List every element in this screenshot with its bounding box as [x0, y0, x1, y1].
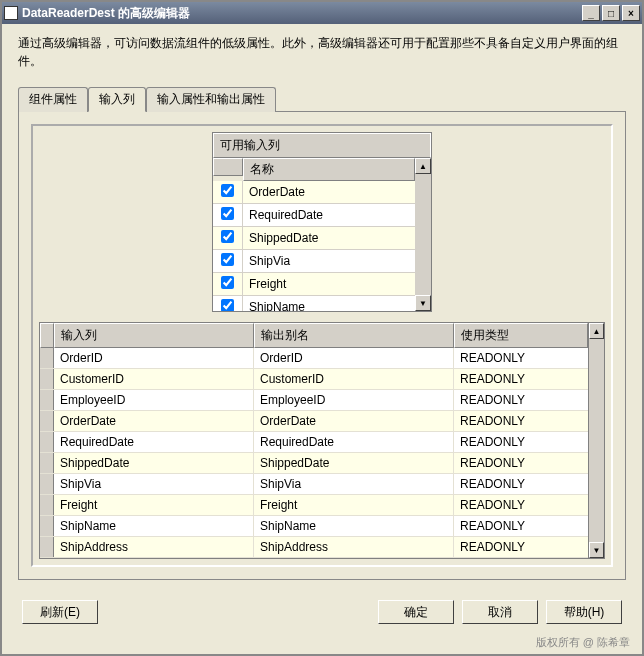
window-title: DataReaderDest 的高级编辑器 [22, 5, 580, 22]
table-row[interactable]: RequiredDateRequiredDateREADONLY [40, 432, 588, 453]
input-cell[interactable]: ShipName [54, 516, 254, 536]
input-cell[interactable]: RequiredDate [54, 432, 254, 452]
input-cell[interactable]: ShippedDate [54, 453, 254, 473]
available-columns-title: 可用输入列 [213, 133, 431, 158]
scroll-up-icon[interactable]: ▲ [589, 323, 604, 339]
list-item[interactable]: Freight [213, 273, 415, 296]
alias-cell[interactable]: Freight [254, 495, 454, 515]
tab-content: 可用输入列 名称 OrderDateRequiredDateShippedDat… [18, 111, 626, 580]
column-name: ShipName [243, 297, 415, 311]
alias-cell[interactable]: OrderDate [254, 411, 454, 431]
scroll-down-icon[interactable]: ▼ [589, 542, 604, 558]
row-selector[interactable] [40, 432, 54, 452]
help-button[interactable]: 帮助(H) [546, 600, 622, 624]
input-cell[interactable]: EmployeeID [54, 390, 254, 410]
input-cell[interactable]: OrderDate [54, 411, 254, 431]
list-item[interactable]: OrderDate [213, 181, 415, 204]
watermark-text: 版权所有 @ 陈希章 [536, 635, 630, 650]
row-selector[interactable] [40, 495, 54, 515]
table-row[interactable]: ShippedDateShippedDateREADONLY [40, 453, 588, 474]
table-row[interactable]: EmployeeIDEmployeeIDREADONLY [40, 390, 588, 411]
name-column-header[interactable]: 名称 [243, 158, 415, 181]
usage-cell[interactable]: READONLY [454, 411, 588, 431]
alias-cell[interactable]: ShipVia [254, 474, 454, 494]
usage-cell[interactable]: READONLY [454, 453, 588, 473]
usage-cell[interactable]: READONLY [454, 516, 588, 536]
usage-cell[interactable]: READONLY [454, 432, 588, 452]
usage-cell[interactable]: READONLY [454, 348, 588, 368]
alias-cell[interactable]: RequiredDate [254, 432, 454, 452]
input-cell[interactable]: ShipVia [54, 474, 254, 494]
column-name: Freight [243, 274, 415, 294]
output-alias-header[interactable]: 输出别名 [254, 323, 454, 348]
input-column-header[interactable]: 输入列 [54, 323, 254, 348]
alias-cell[interactable]: ShipAddress [254, 537, 454, 557]
column-name: ShippedDate [243, 228, 415, 248]
row-selector-header[interactable] [40, 323, 54, 348]
table-row[interactable]: FreightFreightREADONLY [40, 495, 588, 516]
scroll-down-icon[interactable]: ▼ [415, 295, 431, 311]
tab-2[interactable]: 输入属性和输出属性 [146, 87, 276, 112]
input-cell[interactable]: CustomerID [54, 369, 254, 389]
columns-grid: 输入列 输出别名 使用类型 OrderIDOrderIDREADONLYCust… [39, 322, 589, 559]
table-row[interactable]: CustomerIDCustomerIDREADONLY [40, 369, 588, 390]
alias-cell[interactable]: EmployeeID [254, 390, 454, 410]
usage-cell[interactable]: READONLY [454, 390, 588, 410]
close-button[interactable]: × [622, 5, 640, 21]
row-selector[interactable] [40, 390, 54, 410]
column-checkbox[interactable] [221, 276, 234, 289]
alias-cell[interactable]: CustomerID [254, 369, 454, 389]
maximize-button[interactable]: □ [602, 5, 620, 21]
minimize-button[interactable]: _ [582, 5, 600, 21]
app-icon [4, 6, 18, 20]
input-cell[interactable]: OrderID [54, 348, 254, 368]
tab-0[interactable]: 组件属性 [18, 87, 88, 112]
table-row[interactable]: ShipViaShipViaREADONLY [40, 474, 588, 495]
column-checkbox[interactable] [221, 299, 234, 311]
tab-bar: 组件属性输入列输入属性和输出属性 [18, 87, 626, 112]
row-selector[interactable] [40, 369, 54, 389]
table-row[interactable]: ShipAddressShipAddressREADONLY [40, 537, 588, 558]
alias-cell[interactable]: OrderID [254, 348, 454, 368]
column-checkbox[interactable] [221, 184, 234, 197]
column-checkbox[interactable] [221, 253, 234, 266]
description-text: 通过高级编辑器，可访问数据流组件的低级属性。此外，高级编辑器还可用于配置那些不具… [2, 24, 642, 74]
column-name: RequiredDate [243, 205, 415, 225]
usage-type-header[interactable]: 使用类型 [454, 323, 588, 348]
dialog-buttons: 刷新(E) 确定 取消 帮助(H) [2, 600, 642, 624]
list-item[interactable]: RequiredDate [213, 204, 415, 227]
input-cell[interactable]: ShipAddress [54, 537, 254, 557]
row-selector[interactable] [40, 516, 54, 536]
row-selector[interactable] [40, 453, 54, 473]
column-checkbox[interactable] [221, 207, 234, 220]
list-item[interactable]: ShipName [213, 296, 415, 311]
usage-cell[interactable]: READONLY [454, 537, 588, 557]
table-row[interactable]: OrderIDOrderIDREADONLY [40, 348, 588, 369]
row-selector[interactable] [40, 537, 54, 557]
tab-1[interactable]: 输入列 [88, 87, 146, 112]
ok-button[interactable]: 确定 [378, 600, 454, 624]
usage-cell[interactable]: READONLY [454, 369, 588, 389]
row-selector[interactable] [40, 411, 54, 431]
list-item[interactable]: ShippedDate [213, 227, 415, 250]
table-row[interactable]: OrderDateOrderDateREADONLY [40, 411, 588, 432]
usage-cell[interactable]: READONLY [454, 474, 588, 494]
dialog-window: DataReaderDest 的高级编辑器 _ □ × 通过高级编辑器，可访问数… [0, 0, 644, 656]
scroll-up-icon[interactable]: ▲ [415, 158, 431, 174]
refresh-button[interactable]: 刷新(E) [22, 600, 98, 624]
list-item[interactable]: ShipVia [213, 250, 415, 273]
grid-header: 输入列 输出别名 使用类型 [40, 323, 588, 348]
column-checkbox[interactable] [221, 230, 234, 243]
alias-cell[interactable]: ShippedDate [254, 453, 454, 473]
alias-cell[interactable]: ShipName [254, 516, 454, 536]
list-scrollbar[interactable]: ▲ ▼ [415, 158, 431, 311]
cancel-button[interactable]: 取消 [462, 600, 538, 624]
row-selector[interactable] [40, 348, 54, 368]
table-row[interactable]: ShipNameShipNameREADONLY [40, 516, 588, 537]
grid-scrollbar[interactable]: ▲ ▼ [589, 322, 605, 559]
input-cell[interactable]: Freight [54, 495, 254, 515]
titlebar[interactable]: DataReaderDest 的高级编辑器 _ □ × [2, 2, 642, 24]
row-selector[interactable] [40, 474, 54, 494]
checkbox-column-header[interactable] [213, 158, 243, 176]
usage-cell[interactable]: READONLY [454, 495, 588, 515]
